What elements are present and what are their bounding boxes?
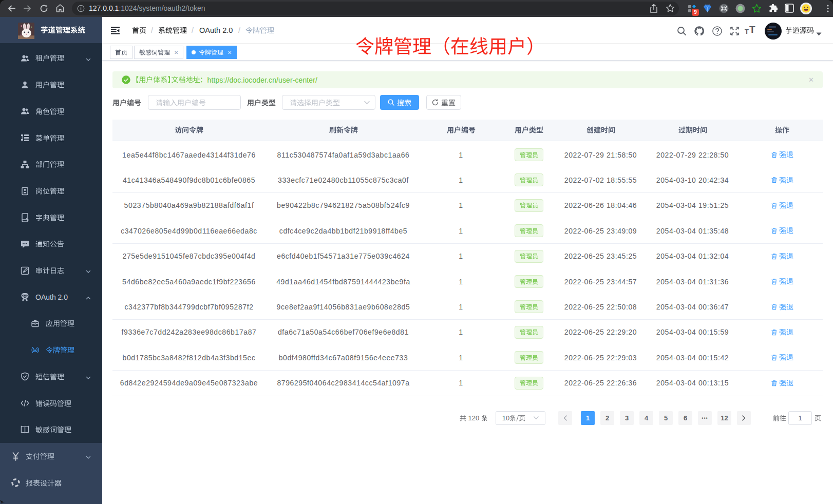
svg-text:a: a: [34, 347, 36, 352]
